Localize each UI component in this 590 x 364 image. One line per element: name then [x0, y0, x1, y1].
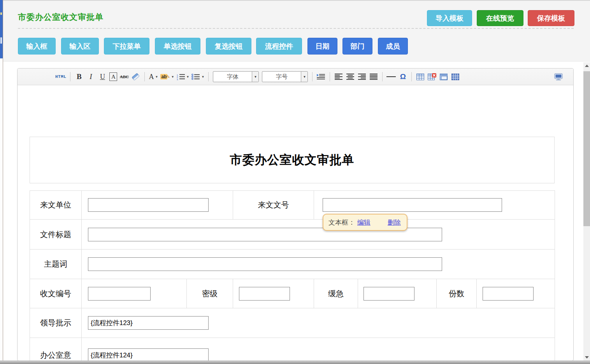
chevron-down-icon: ▼ — [186, 75, 190, 79]
field-label-urgency: 缓急 — [314, 279, 358, 308]
scrollbar-thumb[interactable] — [583, 71, 590, 226]
field-label-subject-words: 主题词 — [30, 250, 82, 279]
chevron-down-icon: ▼ — [171, 75, 174, 79]
horizontal-rule-button[interactable] — [386, 71, 396, 82]
field-label-leader-instructions: 领导批示 — [30, 308, 82, 338]
vertical-scrollbar[interactable] — [583, 62, 590, 360]
subject-words-input[interactable] — [88, 257, 442, 271]
page: 市委办公室收文审批单 导入模板 在线预览 保存模板 输入框 输入区 下拉菜单 单… — [0, 0, 590, 364]
insert-table-button[interactable] — [416, 71, 425, 82]
add-dropdown-button[interactable]: 下拉菜单 — [104, 38, 149, 55]
add-radio-button[interactable]: 单选按钮 — [155, 38, 200, 55]
chevron-down-icon: ▼ — [201, 75, 204, 79]
doc-number-input[interactable] — [323, 198, 502, 212]
font-color-button[interactable]: A▼ — [149, 71, 158, 82]
background-window-sliver — [0, 0, 3, 58]
unordered-list-button[interactable]: ▼ — [191, 71, 204, 82]
edit-control-link[interactable]: 编辑 — [357, 218, 371, 227]
delete-table-button[interactable] — [427, 71, 437, 82]
italic-button[interactable]: I — [86, 71, 95, 82]
table-row: 主题词 — [30, 250, 555, 279]
table-row: 文件标题 — [30, 220, 555, 250]
field-label-source-unit: 来文单位 — [30, 191, 82, 220]
window-bottom-edge — [0, 360, 590, 364]
add-member-button[interactable]: 成员 — [378, 38, 408, 55]
online-preview-button[interactable]: 在线预览 — [477, 10, 523, 26]
strikethrough-button[interactable]: ABC — [119, 71, 129, 82]
receipt-number-input[interactable] — [88, 287, 151, 301]
align-right-button[interactable] — [357, 71, 367, 82]
table-row: 来文单位 来文文号 — [30, 191, 555, 220]
highlight-color-button[interactable]: ab✎▼ — [160, 71, 174, 82]
ordered-list-button[interactable]: 123 ▼ — [177, 71, 190, 82]
background-window-icon-fragment — [0, 37, 2, 44]
chevron-down-icon: ▼ — [301, 72, 307, 82]
add-flow-control-button[interactable]: 流程控件 — [256, 38, 302, 55]
indent-button[interactable] — [316, 71, 326, 82]
secrecy-level-input[interactable] — [239, 287, 290, 301]
background-window-icon-fragment — [0, 12, 2, 15]
align-left-button[interactable] — [334, 71, 343, 82]
toolbar-separator — [411, 72, 412, 81]
copies-input[interactable] — [483, 287, 534, 301]
field-label-doc-number: 来文文号 — [233, 191, 314, 220]
toolbar-separator — [208, 72, 209, 81]
svg-text:3: 3 — [177, 78, 178, 80]
underline-button[interactable]: U — [98, 71, 107, 82]
toolbar-separator — [330, 72, 330, 81]
save-template-button[interactable]: 保存模板 — [528, 10, 574, 26]
editor-toolbar: HTML B I U A ABC A▼ ab✎▼ 123 ▼ ▼ 字体▼ 字号▼ — [18, 69, 573, 85]
scroll-down-button[interactable] — [583, 354, 590, 360]
font-family-select[interactable]: 字体▼ — [213, 71, 259, 82]
dashed-divider — [18, 28, 574, 29]
field-label-office-opinion: 办公室意 — [30, 338, 82, 361]
delete-control-link[interactable]: 删除 — [388, 218, 401, 227]
toolbar-separator — [70, 72, 70, 81]
urgency-input[interactable] — [363, 287, 414, 301]
chevron-down-icon: ▼ — [252, 72, 258, 82]
fullscreen-button[interactable] — [554, 71, 563, 82]
import-template-button[interactable]: 导入模板 — [427, 10, 472, 26]
scroll-up-button[interactable] — [583, 62, 590, 69]
table-row: 领导批示 — [30, 308, 555, 338]
field-label-receipt-number: 收文编号 — [30, 279, 82, 308]
form-title: 市委办公室收文审批单 — [230, 152, 355, 168]
add-input-box-button[interactable]: 输入框 — [18, 38, 56, 55]
toolbar-separator — [144, 72, 145, 81]
field-label-copies: 份数 — [437, 279, 477, 308]
table-row: 办公室意 — [30, 338, 555, 361]
rich-text-editor: HTML B I U A ABC A▼ ab✎▼ 123 ▼ ▼ 字体▼ 字号▼ — [17, 68, 574, 361]
header-panel: 市委办公室收文审批单 导入模板 在线预览 保存模板 输入框 输入区 下拉菜单 单… — [3, 0, 590, 62]
control-tooltip: 文本框： 编辑 删除 — [323, 214, 407, 231]
toolbar-separator — [382, 72, 383, 81]
form-table: 来文单位 来文文号 文件标题 主题词 收文编号 密级 缓急 份数 — [30, 190, 555, 361]
bold-button[interactable]: B — [74, 71, 84, 82]
add-department-button[interactable]: 部门 — [342, 38, 372, 55]
table-cell-merge-button[interactable] — [439, 71, 448, 82]
align-justify-button[interactable] — [369, 71, 378, 82]
leader-instructions-input[interactable] — [88, 316, 209, 330]
special-char-button[interactable]: Ω — [398, 71, 407, 82]
boxed-a-button[interactable]: A — [109, 72, 117, 81]
align-center-button[interactable] — [346, 71, 355, 82]
field-label-doc-title: 文件标题 — [30, 220, 82, 250]
add-textarea-button[interactable]: 输入区 — [61, 38, 99, 55]
tooltip-label: 文本框： — [328, 218, 355, 227]
source-unit-input[interactable] — [88, 198, 209, 212]
form-title-box: 市委办公室收文审批单 — [30, 137, 555, 183]
office-opinion-input[interactable] — [88, 348, 209, 361]
html-source-button[interactable]: HTML — [55, 71, 66, 82]
page-title: 市委办公室收文审批单 — [18, 12, 104, 23]
field-label-secrecy-level: 密级 — [187, 279, 233, 308]
table-row: 收文编号 密级 缓急 份数 — [30, 279, 555, 308]
remove-format-eraser-icon[interactable] — [131, 71, 140, 82]
add-date-button[interactable]: 日期 — [307, 38, 337, 55]
chevron-down-icon: ▼ — [155, 75, 158, 79]
table-cell-props-button[interactable] — [451, 71, 460, 82]
font-size-select[interactable]: 字号▼ — [262, 71, 308, 82]
toolbar-separator — [312, 72, 313, 81]
add-checkbox-button[interactable]: 复选按钮 — [206, 38, 251, 55]
